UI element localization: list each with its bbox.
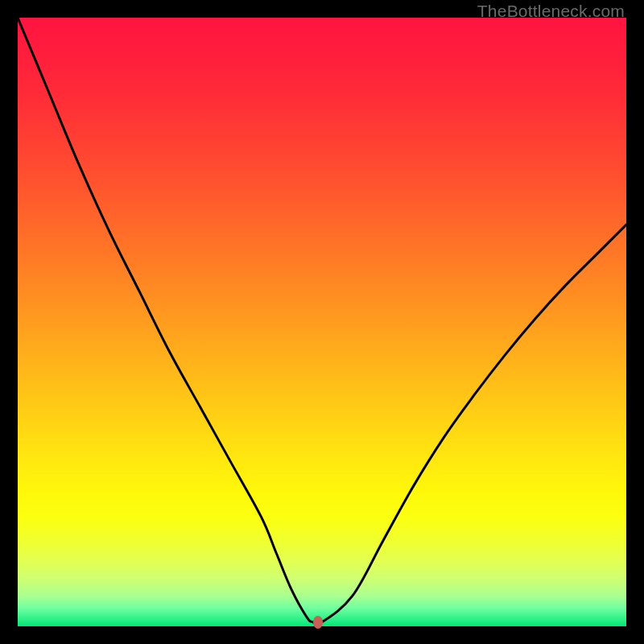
chart-frame: TheBottleneck.com [0, 0, 644, 644]
plot-area [18, 18, 626, 626]
bottleneck-curve [18, 18, 626, 626]
optimum-marker [313, 616, 323, 629]
